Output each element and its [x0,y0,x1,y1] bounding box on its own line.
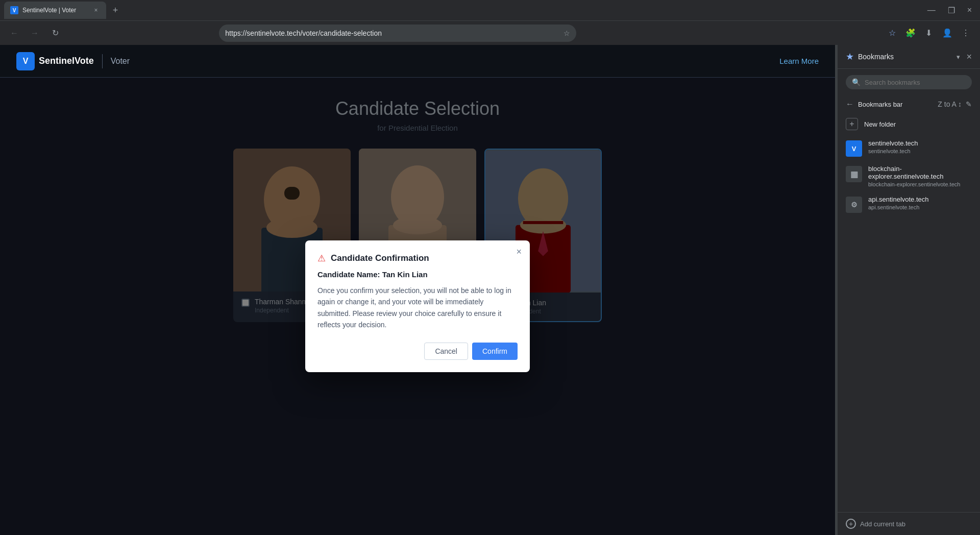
refresh-button[interactable]: ↻ [47,25,63,41]
add-current-tab-button[interactable]: + Add current tab [838,512,980,535]
dialog-header: ⚠ Candidate Confirmation [317,253,518,264]
modal-overlay: ⚠ Candidate Confirmation × Candidate Nam… [0,78,835,535]
bookmark-url-sentinel: sentinelvote.tech [868,148,918,154]
browser-tab[interactable]: V SentinelVote | Voter × [4,2,106,19]
download-icon[interactable]: ⬇ [921,25,937,41]
browser-titlebar: V SentinelVote | Voter × + — ❐ × [0,0,980,20]
tab-strip: V SentinelVote | Voter × + [4,2,921,19]
menu-icon[interactable]: ⋮ [958,25,974,41]
bookmarks-dropdown[interactable]: ▾ [957,53,960,61]
warning-icon: ⚠ [317,253,326,264]
header-divider [102,54,103,68]
window-controls: — ❐ × [923,4,976,17]
dialog-body: Once you confirm your selection, you wil… [317,285,518,331]
add-tab-label: Add current tab [860,520,905,528]
bookmarks-dropdown-label: ▾ [957,53,960,61]
learn-more-link[interactable]: Learn More [779,57,819,65]
dialog-candidate-name: Candidate Name: Tan Kin Lian [317,270,518,279]
bookmarks-title: Bookmarks [858,53,957,61]
confirm-button[interactable]: Confirm [472,343,518,360]
bookmarks-edit-button[interactable]: ✎ [966,100,972,108]
url-text: https://sentinelvote.tech/voter/candidat… [225,29,559,37]
bookmark-name-blockchain: blockchain-explorer.sentinelvote.tech [868,165,972,180]
webpage: V SentinelVote Voter Learn More Candidat… [0,45,835,535]
bookmark-info-sentinel: sentinelvote.tech sentinelvote.tech [868,139,918,154]
logo-icon: V [16,52,35,70]
bookmarks-search[interactable]: 🔍 [846,75,972,89]
bookmark-url-icon[interactable]: ☆ [564,29,570,37]
bookmarks-close-button[interactable]: × [966,52,972,62]
address-bar: ← → ↻ https://sentinelvote.tech/voter/ca… [0,20,980,45]
bookmarks-star-icon: ★ [846,51,854,62]
dialog-actions: Cancel Confirm [317,343,518,360]
maximize-button[interactable]: ❐ [944,4,959,17]
bookmark-favicon-sentinel: V [846,140,862,157]
url-icons: ☆ [564,29,570,37]
search-icon: 🔍 [852,78,861,86]
tab-close-button[interactable]: × [92,6,100,14]
url-bar[interactable]: https://sentinelvote.tech/voter/candidat… [219,25,576,42]
site-header: V SentinelVote Voter Learn More [0,45,835,78]
cancel-button[interactable]: Cancel [424,343,468,360]
bookmarks-sort-button[interactable]: Z to A ↕ [938,100,962,108]
minimize-button[interactable]: — [923,4,940,17]
bookmark-name-api: api.sentinelvote.tech [868,196,929,203]
bookmark-info-blockchain: blockchain-explorer.sentinelvote.tech bl… [868,165,972,187]
content-area: V SentinelVote Voter Learn More Candidat… [0,45,980,535]
back-button[interactable]: ← [6,25,22,41]
extensions-icon[interactable]: 🧩 [902,25,919,41]
bookmark-item-api[interactable]: ⚙ api.sentinelvote.tech api.sentinelvote… [838,191,980,217]
tab-title: SentinelVote | Voter [22,7,88,14]
bookmark-url-api: api.sentinelvote.tech [868,204,929,210]
forward-button[interactable]: → [27,25,43,41]
new-folder-plus-icon: + [846,118,858,130]
bookmark-info-api: api.sentinelvote.tech api.sentinelvote.t… [868,196,929,210]
dialog-title: Candidate Confirmation [331,253,429,263]
new-tab-button[interactable]: + [108,3,122,17]
bookmarks-panel: ★ Bookmarks ▾ × 🔍 ← Bookmarks bar Z to A… [837,45,980,535]
bookmarks-nav: ← Bookmarks bar Z to A ↕ ✎ [838,95,980,113]
bookmarks-search-input[interactable] [865,79,966,86]
bookmark-item-sentinel[interactable]: V sentinelvote.tech sentinelvote.tech [838,135,980,161]
bookmarks-header: ★ Bookmarks ▾ × [838,45,980,69]
site-logo: V SentinelVote [16,52,94,70]
bookmark-favicon-blockchain: ▦ [846,166,862,182]
site-name: SentinelVote [39,56,94,66]
confirmation-dialog: ⚠ Candidate Confirmation × Candidate Nam… [305,240,530,373]
bookmark-name-sentinel: sentinelvote.tech [868,139,918,147]
tab-favicon: V [10,6,18,14]
close-window-button[interactable]: × [963,4,976,17]
page-content: Candidate Selection for Presidential Ele… [0,78,835,535]
new-folder-label: New folder [864,120,896,128]
site-role: Voter [111,57,130,66]
bookmark-item-blockchain[interactable]: ▦ blockchain-explorer.sentinelvote.tech … [838,161,980,191]
bookmarks-list: + New folder V sentinelvote.tech sentine… [838,113,980,512]
account-icon[interactable]: 👤 [939,25,955,41]
new-folder-item[interactable]: + New folder [838,113,980,135]
bookmarks-bar-label: Bookmarks bar [858,101,934,108]
bookmark-url-blockchain: blockchain-explorer.sentinelvote.tech [868,181,972,187]
dialog-close-button[interactable]: × [516,247,522,257]
bookmarks-back-button[interactable]: ← [846,100,854,109]
bookmark-favicon-api: ⚙ [846,197,862,213]
bookmarks-icon[interactable]: ☆ [884,25,900,41]
add-tab-icon: + [846,519,856,529]
browser-toolbar-icons: ☆ 🧩 ⬇ 👤 ⋮ [884,25,974,41]
